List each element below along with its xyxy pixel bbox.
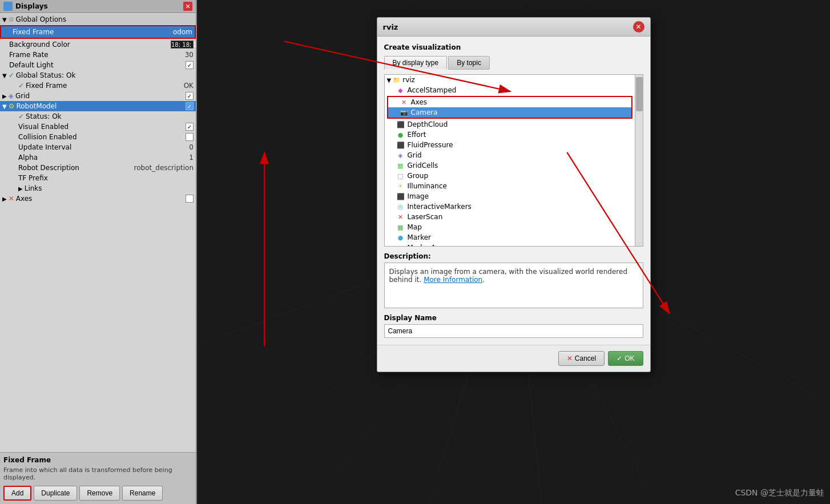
add-button[interactable]: Add [3,486,31,501]
frame-rate-row[interactable]: Frame Rate 30 [0,50,196,60]
folder-icon: 📁 [393,76,401,84]
tab-by-display-type[interactable]: By display type [384,56,448,70]
footer-title: Fixed Frame [3,456,192,464]
viz-item-grid[interactable]: ◈ Grid [385,150,635,160]
displays-header: Displays ✕ [0,0,196,13]
description-box: Displays an image from a camera, with th… [384,263,643,308]
illuminance-icon: ☀ [396,183,405,190]
cancel-button[interactable]: ✕ Cancel [558,351,605,366]
viz-item-accelstamped[interactable]: ◆ AccelStamped [385,85,635,95]
viz-image-label: Image [408,192,429,200]
viz-depthcloud-label: DepthCloud [408,120,448,128]
viz-item-map[interactable]: ▦ Map [385,222,635,232]
viz-illuminance-label: Illuminance [408,182,447,190]
viz-grid-label: Grid [408,151,422,159]
axes-icon: ✕ [9,195,14,203]
viz-item-gridcells[interactable]: ▦ GridCells [385,160,635,171]
viz-item-effort[interactable]: ● Effort [385,130,635,140]
tabs-row: By display type By topic [384,56,643,70]
robot-model-label: RobotModel [16,102,184,110]
frame-rate-value: 30 [185,51,194,59]
camera-icon: 📷 [400,109,409,116]
expand-arrow-links: ▶ [18,186,23,192]
fixed-frame-label: Fixed Frame [13,28,171,36]
robot-description-row[interactable]: Robot Description robot_description [0,163,196,173]
robot-model-row[interactable]: ▼ ⚙ RobotModel ✓ [0,101,196,111]
axes-label: Axes [16,195,184,203]
collision-enabled-checkbox[interactable] [186,133,194,141]
gridcells-icon: ▦ [396,162,405,170]
global-options-row[interactable]: ▼ ⚙ Global Options [0,14,196,25]
cancel-label: Cancel [575,354,596,362]
ok-checkmark-icon: ✓ [617,354,622,362]
viz-item-laserscan[interactable]: ✕ LaserScan [385,212,635,222]
ok-button[interactable]: ✓ OK [608,351,643,366]
viz-item-marker[interactable]: ● Marker [385,232,635,243]
viz-item-markerarray[interactable]: ● MarkerArray [385,243,635,246]
more-information-link[interactable]: More Information [424,276,482,284]
robot-model-checkbox[interactable]: ✓ [186,102,194,110]
viz-group-label: Group [408,172,429,180]
update-interval-row[interactable]: Update Interval 0 [0,142,196,152]
viz-item-axes[interactable]: ✕ Axes [388,97,631,107]
displays-icon [3,2,13,11]
remove-button[interactable]: Remove [79,486,120,501]
viz-tree: ▼ 📁 rviz ◆ AccelStamped [385,75,635,246]
viz-item-group[interactable]: □ Group [385,171,635,181]
viz-map-label: Map [408,223,422,231]
tree-scrollbar[interactable] [635,75,643,246]
displays-tree: ▼ ⚙ Global Options Fixed Frame odom Back… [0,13,196,452]
viz-item-image[interactable]: ⬛ Image [385,191,635,201]
viz-effort-label: Effort [408,131,426,139]
fixed-frame-status-value: OK [184,82,194,90]
viz-item-depthcloud[interactable]: ⬛ DepthCloud [385,119,635,130]
viz-item-interactivemarkers[interactable]: ◎ InteractiveMarkers [385,201,635,212]
fixed-frame-row[interactable]: Fixed Frame odom [0,25,196,39]
default-light-checkbox[interactable]: ✓ [186,61,194,69]
viz-root-rviz[interactable]: ▼ 📁 rviz [385,75,635,85]
map-icon: ▦ [396,224,405,231]
viz-markerarray-label: MarkerArray [408,244,450,246]
laserscan-icon: ✕ [396,213,405,221]
viz-marker-label: Marker [408,233,431,241]
alpha-row[interactable]: Alpha 1 [0,152,196,163]
viz-item-fluidpressure[interactable]: ⬛ FluidPressure [385,140,635,150]
default-light-row[interactable]: Default Light ✓ [0,60,196,70]
robot-description-label: Robot Description [18,164,132,172]
robot-status-row[interactable]: ✓ Status: Ok [0,111,196,122]
visual-enabled-row[interactable]: Visual Enabled ✓ [0,122,196,132]
depthcloud-icon: ⬛ [396,121,405,128]
links-row[interactable]: ▶ Links [0,183,196,193]
image-icon: ⬛ [396,193,405,200]
dialog-footer: ✕ Cancel ✓ OK [377,345,650,372]
dialog-close-button[interactable]: ✕ [633,21,644,33]
dialog-overlay: rviz ✕ Create visualization By display t… [197,0,830,504]
group-icon: □ [396,172,405,180]
axes-checkbox[interactable] [186,195,194,203]
viz-item-illuminance[interactable]: ☀ Illuminance [385,181,635,191]
background-color-row[interactable]: Background Color 18; 18; 18 [0,39,196,50]
watermark: CSDN @芝士就是力量蛙 [735,488,824,498]
viz-item-camera[interactable]: 📷 Camera [388,107,631,118]
global-status-row[interactable]: ▼ ✓ Global Status: Ok [0,70,196,80]
tab-by-topic[interactable]: By topic [448,56,490,70]
display-name-label: Display Name [384,314,643,322]
duplicate-button[interactable]: Duplicate [34,486,77,501]
grid-row[interactable]: ▶ ◈ Grid ✓ [0,91,196,101]
collision-enabled-row[interactable]: Collision Enabled [0,132,196,142]
displays-close-button[interactable]: ✕ [183,2,192,11]
interactivemarkers-icon: ◎ [396,203,405,211]
alpha-value: 1 [189,154,194,162]
tf-prefix-label: TF Prefix [18,174,194,182]
scrollbar-thumb [636,77,643,111]
grid-checkbox[interactable]: ✓ [186,92,194,100]
displays-footer: Fixed Frame Frame into which all data is… [0,452,196,504]
visual-enabled-checkbox[interactable]: ✓ [186,123,194,131]
fixed-frame-status-row[interactable]: ✓ Fixed Frame OK [0,80,196,91]
axes-row[interactable]: ▶ ✕ Axes [0,193,196,204]
viewport: rviz ✕ Create visualization By display t… [197,0,830,504]
tf-prefix-row[interactable]: TF Prefix [0,173,196,183]
expand-arrow-axes: ▶ [2,196,7,202]
display-name-input[interactable] [384,324,643,338]
rename-button[interactable]: Rename [122,486,163,501]
